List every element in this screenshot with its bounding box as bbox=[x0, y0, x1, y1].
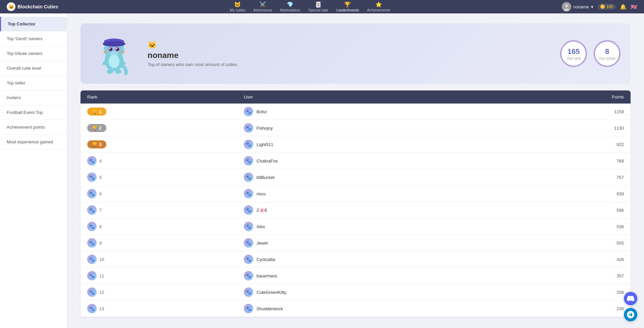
username-cell[interactable]: CuteGreenKitty bbox=[257, 290, 286, 295]
svg-point-17 bbox=[109, 55, 119, 68]
username-cell[interactable]: ChakraFox bbox=[257, 158, 278, 163]
user-avatar: 🐾 bbox=[244, 189, 253, 198]
flag-icon[interactable]: 🇬🇧 bbox=[631, 4, 637, 10]
rank-number: 11 bbox=[99, 273, 104, 278]
app-logo[interactable]: 🐱 Blockchain Cuties bbox=[7, 2, 58, 11]
coin-amount: 100 bbox=[606, 4, 613, 9]
sidebar-label-overall-cutie: Overall cutie level bbox=[7, 66, 41, 71]
table-row: 🐾4🐾ChakraFox768 bbox=[80, 153, 631, 169]
app-name: Blockchain Cuties bbox=[17, 4, 58, 9]
col-rank: Rank bbox=[80, 90, 237, 104]
sidebar-label-achievement-points: Achievement points bbox=[7, 125, 45, 130]
username-cell[interactable]: Shudderwock bbox=[257, 306, 283, 311]
table-row: 🐾6🐾risco639 bbox=[80, 186, 631, 202]
rank-avatar: 🐾 bbox=[87, 304, 97, 313]
coin-badge: 🪙 100 bbox=[597, 4, 616, 10]
nav-label-my-cuties: My cuties bbox=[230, 8, 245, 12]
rank-avatar: 🐾 bbox=[87, 173, 97, 182]
nav-label-achievements: Achievements bbox=[367, 8, 390, 12]
username-cell[interactable]: Cynicallia bbox=[257, 257, 275, 262]
rank-number: 7 bbox=[99, 208, 102, 213]
user-cell: 🐾Z🌸E bbox=[237, 202, 507, 218]
sidebar-item-overall-cutie[interactable]: Overall cutie level bbox=[0, 61, 67, 76]
rank-label: Your rank bbox=[567, 57, 581, 60]
leaderboard-table: Rank User Points 🏆 1🐾Bofur1159🏆 2🐾Fishoj… bbox=[80, 90, 631, 317]
nav-label-special-sale: Special sale bbox=[308, 8, 328, 12]
sidebar-label-top-collector: Top Collector bbox=[8, 21, 36, 26]
rank-avatar: 🐾 bbox=[87, 222, 97, 231]
sidebar-item-top-tribute[interactable]: Top tribute owners bbox=[0, 46, 67, 61]
telegram-button[interactable] bbox=[624, 308, 637, 321]
sidebar-item-achievement-points[interactable]: Achievement points bbox=[0, 120, 67, 135]
table-header: Rank User Points bbox=[80, 90, 631, 104]
table-row: 🐾5🐾bitBucket757 bbox=[80, 169, 631, 186]
nav-label-adventures: Adventures bbox=[253, 8, 272, 12]
points-cell: 639 bbox=[507, 186, 631, 202]
bell-icon[interactable]: 🔔 bbox=[620, 4, 627, 10]
hero-username: noname bbox=[148, 51, 550, 60]
rank-cell: 🐾6 bbox=[80, 186, 237, 202]
user-cell: 🐾ChakraFox bbox=[237, 153, 507, 169]
username-cell[interactable]: Jewel bbox=[257, 241, 268, 246]
sidebar-item-top-seller[interactable]: Top seller bbox=[0, 76, 67, 90]
rank-cell: 🐾4 bbox=[80, 153, 237, 169]
table-body: 🏆 1🐾Bofur1159🏆 2🐾Fishojoy1130🏆 3🐾Light51… bbox=[80, 104, 631, 317]
user-avatar-top: 🐾 bbox=[244, 140, 253, 149]
svg-point-1 bbox=[565, 4, 568, 7]
adventures-icon: ⚔️ bbox=[259, 1, 266, 8]
rank-cell: 🏆 2 bbox=[80, 120, 237, 136]
username-cell[interactable]: Alex bbox=[257, 224, 265, 229]
table-row: 🏆 2🐾Fishojoy1130 bbox=[80, 120, 631, 136]
points-cell: 258 bbox=[507, 284, 631, 301]
cuties-icon: 🐱 bbox=[234, 1, 241, 8]
points-cell: 536 bbox=[507, 218, 631, 235]
leaderboards-icon: 🏆 bbox=[344, 1, 351, 8]
logo-icon: 🐱 bbox=[7, 2, 15, 11]
table-row: 🏆 1🐾Bofur1159 bbox=[80, 104, 631, 120]
username-cell[interactable]: bitBucket bbox=[257, 175, 274, 180]
nav-label-marketplace: Marketplace bbox=[280, 8, 300, 12]
rank-cell: 🐾5 bbox=[80, 169, 237, 186]
nav-item-marketplace[interactable]: 💎 Marketplace bbox=[280, 1, 300, 12]
svg-point-11 bbox=[116, 48, 119, 51]
nav-item-leaderboards[interactable]: 🏆 Leaderboards bbox=[336, 1, 359, 12]
user-cell: 🐾CuteGreenKitty bbox=[237, 284, 507, 301]
rank-cell: 🐾8 bbox=[80, 218, 237, 235]
rank-cell: 🐾10 bbox=[80, 251, 237, 268]
user-cell: 🐾Light511 bbox=[237, 136, 507, 153]
sidebar-item-most-experience[interactable]: Most experience gained bbox=[0, 135, 67, 149]
points-cell: 922 bbox=[507, 136, 631, 153]
nav-item-my-cuties[interactable]: 🐱 My cuties bbox=[230, 1, 245, 12]
marketplace-icon: 💎 bbox=[287, 1, 293, 8]
discord-button[interactable] bbox=[624, 292, 637, 305]
user-avatar: 🐾 bbox=[244, 255, 253, 264]
user-avatar: 🐾 bbox=[244, 205, 253, 215]
username-cell[interactable]: risco bbox=[257, 191, 266, 196]
user-info[interactable]: noname ▾ bbox=[562, 2, 593, 11]
user-avatar-top: 🐾 bbox=[244, 123, 253, 133]
rank-badge-gold: 🏆 1 bbox=[87, 108, 106, 116]
username-cell[interactable]: Z🌸E bbox=[257, 208, 268, 213]
points-cell: 357 bbox=[507, 268, 631, 284]
rank-number: 10 bbox=[99, 257, 104, 262]
nav-item-achievements[interactable]: ⭐ Achievements bbox=[367, 1, 390, 12]
nav-item-special-sale[interactable]: 🃏 Special sale bbox=[308, 1, 328, 12]
table-row: 🐾12🐾CuteGreenKitty258 bbox=[80, 284, 631, 301]
username-cell[interactable]: bauerhans bbox=[257, 273, 277, 278]
username-cell[interactable]: Light511 bbox=[257, 142, 273, 147]
username-cell[interactable]: Bofur bbox=[257, 109, 267, 114]
table-row: 🐾13🐾Shudderwock235 bbox=[80, 301, 631, 317]
hero-mascot bbox=[91, 30, 138, 77]
sidebar-item-top-collector[interactable]: Top Collector bbox=[0, 17, 67, 31]
points-cell: 757 bbox=[507, 169, 631, 186]
sidebar-item-football-event[interactable]: Football Event Top bbox=[0, 105, 67, 120]
sidebar-label-top-gen0: Top 'Gen0' owners bbox=[7, 36, 43, 41]
points-cell: 1159 bbox=[507, 104, 631, 120]
sidebar-item-top-gen0[interactable]: Top 'Gen0' owners bbox=[0, 31, 67, 46]
nav-item-adventures[interactable]: ⚔️ Adventures bbox=[253, 1, 272, 12]
rank-number: 8 bbox=[99, 224, 102, 229]
points-cell: 1130 bbox=[507, 120, 631, 136]
sidebar-item-inviters[interactable]: Inviters bbox=[0, 90, 67, 105]
username-cell[interactable]: Fishojoy bbox=[257, 126, 273, 131]
user-avatar: 🐾 bbox=[244, 271, 253, 280]
